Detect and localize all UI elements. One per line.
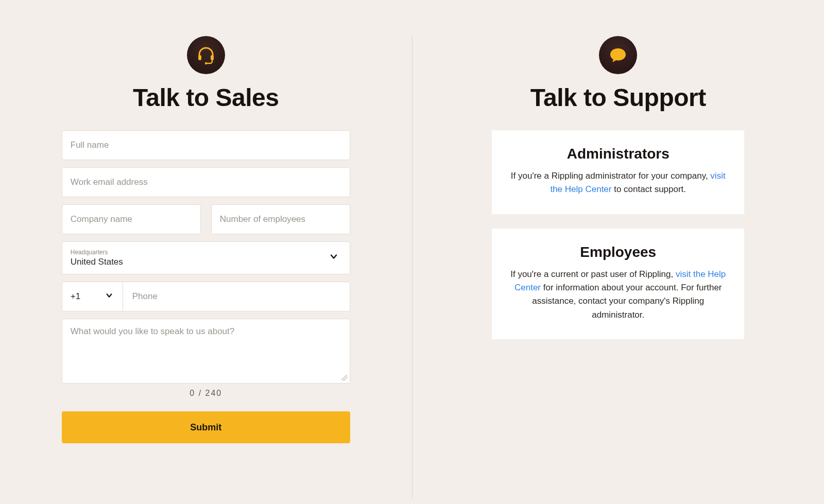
email-field[interactable] (62, 167, 350, 197)
employees-text: If you're a current or past user of Ripp… (509, 268, 727, 322)
full-name-input[interactable] (71, 140, 341, 150)
headset-icon (187, 36, 225, 74)
svg-rect-1 (211, 55, 214, 60)
chevron-down-icon (329, 252, 338, 264)
phone-input[interactable] (132, 291, 340, 302)
company-input[interactable] (71, 214, 192, 224)
company-field[interactable] (62, 204, 201, 234)
administrators-card: Administrators If you're a Rippling admi… (492, 130, 744, 214)
phone-country-code-select[interactable]: +1 (62, 282, 123, 311)
employees-input[interactable] (220, 214, 341, 224)
chevron-down-icon (105, 291, 113, 302)
support-column: Talk to Support Administrators If you're… (413, 36, 825, 499)
headquarters-value: United States (71, 257, 123, 267)
submit-button[interactable]: Submit (62, 411, 350, 443)
employees-field[interactable] (211, 204, 350, 234)
character-counter: 0 / 240 (62, 389, 350, 398)
administrators-heading: Administrators (509, 146, 727, 162)
full-name-field[interactable] (62, 130, 350, 160)
phone-field[interactable] (123, 282, 350, 311)
sales-form: Headquarters United States +1 (62, 130, 350, 443)
administrators-text: If you're a Rippling administrator for y… (509, 169, 727, 197)
svg-rect-0 (198, 55, 201, 60)
message-textarea[interactable] (71, 326, 341, 376)
employees-card: Employees If you're a current or past us… (492, 229, 744, 339)
message-field[interactable] (62, 319, 350, 384)
phone-code-value: +1 (71, 291, 80, 302)
email-input[interactable] (71, 177, 341, 187)
headquarters-label: Headquarters (71, 249, 108, 256)
employees-heading: Employees (509, 244, 727, 260)
svg-point-2 (205, 62, 207, 64)
sales-title: Talk to Sales (133, 83, 279, 112)
support-title: Talk to Support (530, 83, 706, 112)
headquarters-select[interactable]: Headquarters United States (62, 241, 350, 274)
sales-column: Talk to Sales Headquarters United States (0, 36, 412, 499)
chat-bubble-icon (599, 36, 637, 74)
